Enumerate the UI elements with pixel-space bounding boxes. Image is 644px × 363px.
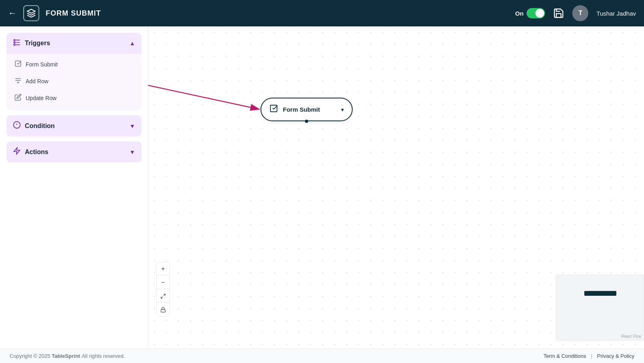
toggle-label: On: [515, 10, 523, 17]
form-submit-node-chevron-icon: ▾: [341, 106, 344, 113]
zoom-out-button[interactable]: −: [157, 276, 170, 289]
avatar: T: [572, 5, 588, 21]
header-right: On T Tushar Jadhav: [515, 5, 636, 21]
canvas-content: Form Submit ▾ + −: [148, 26, 644, 349]
footer-copyright: Copyright © 2025 TableSprint All rights …: [10, 353, 125, 359]
form-submit-node-label: Form Submit: [283, 106, 336, 113]
actions-label: Actions: [25, 148, 48, 156]
sidebar: Triggers ▲ Form Submit: [0, 26, 148, 349]
svg-line-18: [164, 294, 165, 295]
trigger-item-add-row-label: Add Row: [26, 78, 48, 84]
trigger-item-form-submit-label: Form Submit: [26, 61, 58, 68]
save-button[interactable]: [553, 8, 564, 19]
form-submit-node-icon: [269, 104, 278, 115]
footer-links: Term & Conditions | Privacy & Policy: [543, 353, 634, 359]
trigger-item-update-row[interactable]: Update Row: [13, 90, 135, 106]
svg-line-19: [161, 297, 163, 298]
triggers-chevron-icon: ▲: [129, 40, 135, 46]
page-title: FORM SUBMIT: [46, 9, 101, 18]
actions-section[interactable]: Actions ▼: [6, 141, 141, 162]
triggers-header-left: Triggers: [13, 38, 50, 48]
logo: [23, 5, 39, 21]
actions-chevron-icon: ▼: [129, 149, 135, 155]
footer-rights: All rights reserved.: [82, 353, 125, 359]
form-submit-icon: [14, 60, 22, 69]
actions-header-left: Actions: [13, 147, 48, 157]
actions-icon: [13, 147, 21, 157]
user-name: Tushar Jadhav: [596, 10, 636, 17]
back-button[interactable]: ←: [8, 8, 17, 18]
form-submit-node[interactable]: Form Submit ▾: [260, 98, 353, 121]
triggers-label: Triggers: [25, 40, 50, 47]
trigger-item-add-row[interactable]: Add Row: [13, 74, 135, 89]
terms-link[interactable]: Term & Conditions: [543, 353, 586, 359]
footer-brand: TableSprint: [52, 353, 80, 359]
condition-chevron-icon: ▼: [129, 123, 135, 129]
svg-rect-20: [161, 309, 166, 312]
flow-node-connection-dot: [305, 120, 308, 123]
mini-map: React Flow: [556, 275, 644, 341]
trigger-item-form-submit[interactable]: Form Submit: [13, 57, 135, 72]
trigger-item-update-row-label: Update Row: [26, 95, 57, 101]
mini-map-node: [584, 291, 616, 296]
header: ← FORM SUBMIT On T Tushar Jadhav: [0, 0, 644, 26]
toggle-container: On: [515, 8, 545, 18]
footer: Copyright © 2025 TableSprint All rights …: [0, 349, 644, 363]
react-flow-label: React Flow: [621, 334, 641, 339]
condition-icon: [13, 121, 21, 131]
triggers-header[interactable]: Triggers ▲: [6, 33, 141, 54]
toggle-knob: [535, 9, 544, 18]
lock-button[interactable]: [157, 303, 170, 316]
triggers-section: Triggers ▲ Form Submit: [6, 33, 141, 110]
add-row-icon: [14, 77, 22, 86]
zoom-in-button[interactable]: +: [157, 263, 170, 275]
privacy-link[interactable]: Privacy & Policy: [597, 353, 634, 359]
svg-rect-6: [15, 61, 21, 66]
toggle-switch[interactable]: [527, 8, 545, 18]
main-layout: Triggers ▲ Form Submit: [0, 26, 644, 349]
triggers-icon: [13, 38, 21, 48]
svg-marker-14: [14, 148, 20, 154]
svg-rect-17: [271, 105, 277, 112]
condition-header-left: Condition: [13, 121, 55, 131]
condition-label: Condition: [25, 122, 55, 130]
footer-copyright-text: Copyright © 2025: [10, 353, 50, 359]
canvas: Form Submit ▾ + −: [148, 26, 644, 349]
svg-rect-0: [14, 40, 15, 41]
footer-divider: |: [591, 353, 592, 359]
zoom-controls: + −: [156, 262, 170, 317]
fit-button[interactable]: [157, 290, 170, 303]
svg-line-16: [148, 84, 259, 109]
condition-section[interactable]: Condition ▼: [6, 115, 141, 136]
trigger-items-list: Form Submit Add Row: [6, 54, 141, 110]
svg-rect-2: [14, 42, 15, 43]
svg-rect-4: [14, 44, 15, 45]
update-row-icon: [14, 94, 22, 102]
